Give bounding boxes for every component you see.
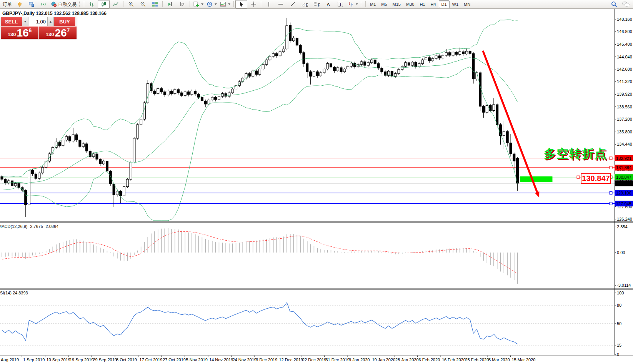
svg-text:A: A [327, 2, 330, 7]
auto-trade-button[interactable]: 自动交易 [49, 0, 78, 8]
volume-increase-button[interactable]: ▲ [47, 17, 54, 26]
text-tool[interactable]: A [322, 0, 334, 8]
bar-chart-button[interactable] [86, 0, 98, 8]
sell-price-button[interactable]: 130 16 6 [1, 27, 38, 39]
volume-decrease-button[interactable]: ▼ [22, 17, 28, 26]
auto-trade-label: 自动交易 [58, 1, 77, 8]
svg-text:1 Sep 2019: 1 Sep 2019 [23, 357, 45, 362]
svg-text:-3.0114: -3.0114 [617, 283, 631, 288]
timeframe-m1-button[interactable]: M1 [367, 0, 378, 8]
one-click-trading-panel: SELL ▼ ▲ BUY 130 16 6 130 26 7 [1, 17, 77, 39]
svg-text:8 Oct 2019: 8 Oct 2019 [116, 357, 137, 362]
chart-title: GBPJPY-,Daily 132.015 132.562 128.885 13… [2, 11, 107, 16]
svg-text:17 Oct 2019: 17 Oct 2019 [140, 357, 163, 362]
sell-button[interactable]: SELL [1, 17, 22, 26]
arrows-tool[interactable] [346, 0, 360, 8]
chat-button[interactable] [620, 0, 632, 8]
trendline-tool[interactable] [287, 0, 298, 8]
svg-text:25 Feb 2020: 25 Feb 2020 [465, 357, 489, 362]
svg-text:15: 15 [617, 343, 621, 347]
svg-text:29 Sep 2019: 29 Sep 2019 [93, 357, 117, 362]
cursor-button[interactable] [235, 0, 247, 8]
sell-price-main: 16 [17, 28, 28, 38]
tile-windows-button[interactable] [149, 0, 161, 8]
price-level-box[interactable]: 130.847 [581, 173, 611, 184]
chart-canvas[interactable]: 148.160146.800145.400144.040142.680141.3… [0, 0, 633, 364]
timeframe-d1-button[interactable]: D1 [439, 0, 450, 8]
svg-text:10 Sep 2019: 10 Sep 2019 [47, 357, 70, 362]
order-button[interactable]: 订单 [1, 0, 13, 8]
svg-text:142.680: 142.680 [617, 67, 632, 71]
channel-tool[interactable]: E [298, 0, 310, 8]
svg-text:T: T [339, 2, 342, 7]
svg-text:0.00: 0.00 [617, 250, 625, 255]
deposit-icon[interactable] [13, 0, 25, 8]
svg-text:22 Dec 2019: 22 Dec 2019 [302, 357, 326, 362]
svg-text:19 Jan 2020: 19 Jan 2020 [372, 357, 396, 362]
arrows-caret-icon [356, 3, 358, 5]
buy-price-prefix: 130 [46, 32, 54, 37]
support-highlight-rect[interactable] [520, 176, 553, 182]
svg-text:126.240: 126.240 [617, 217, 632, 221]
svg-text:132.921: 132.921 [616, 156, 631, 161]
macd-indicator-label: MACD(12,26,9) -2.7675 -2.0864 [0, 224, 58, 229]
main-toolbar: 订单 自动交易 E F A T M1M5M15M30H1H4D1W1MN [0, 0, 633, 9]
line-chart-button[interactable] [110, 0, 122, 8]
buy-price-sup: 7 [67, 27, 70, 33]
svg-text:12 Dec 2019: 12 Dec 2019 [279, 357, 303, 362]
account-icon[interactable] [25, 0, 37, 8]
buy-price-button[interactable]: 130 26 7 [39, 27, 77, 39]
svg-text:5 Nov 2019: 5 Nov 2019 [186, 357, 208, 362]
indicators-button[interactable] [218, 0, 232, 8]
svg-text:9 Jan 2020: 9 Jan 2020 [349, 357, 370, 362]
timeframe-h4-button[interactable]: H4 [428, 0, 438, 8]
svg-text:134.440: 134.440 [617, 142, 632, 146]
svg-text:127.945: 127.945 [616, 201, 631, 206]
new-order-button[interactable] [192, 0, 205, 8]
timeframe-h1-button[interactable]: H1 [417, 0, 428, 8]
svg-text:E: E [306, 3, 308, 7]
svg-text:2.354: 2.354 [617, 224, 628, 229]
label-tool[interactable]: T [334, 0, 346, 8]
timeframe-w1-button[interactable]: W1 [450, 0, 461, 8]
vertical-line-tool[interactable] [263, 0, 275, 8]
svg-text:137.200: 137.200 [617, 117, 632, 121]
chart-annotation-text[interactable]: 多空转折点 [544, 146, 607, 162]
svg-text:14 Nov 2019: 14 Nov 2019 [209, 357, 233, 362]
zoom-in-button[interactable] [125, 0, 137, 8]
timeframe-m30-button[interactable]: M30 [403, 0, 417, 8]
svg-text:135.800: 135.800 [617, 130, 632, 134]
search-button[interactable] [608, 0, 620, 8]
auto-scroll-button[interactable] [164, 0, 176, 8]
timeframe-m15-button[interactable]: M15 [390, 0, 403, 8]
period-clock-button[interactable] [205, 0, 218, 8]
new-order-caret-icon [201, 3, 203, 5]
signal-icon[interactable] [37, 0, 49, 8]
order-button-label: 订单 [3, 1, 12, 8]
svg-text:F: F [318, 3, 320, 7]
svg-text:145.400: 145.400 [617, 42, 632, 47]
svg-text:3 Dec 2019: 3 Dec 2019 [256, 357, 277, 362]
svg-text:129.106: 129.106 [616, 191, 631, 195]
fibonacci-tool[interactable]: F [310, 0, 322, 8]
timeframe-group: M1M5M15M30H1H4D1W1MN [367, 0, 473, 8]
sell-price-prefix: 130 [8, 32, 16, 37]
svg-text:141.320: 141.320 [617, 79, 632, 84]
svg-text:5 Mar 2020: 5 Mar 2020 [488, 357, 510, 362]
zoom-out-button[interactable] [137, 0, 149, 8]
svg-text:24 Nov 2019: 24 Nov 2019 [233, 357, 257, 362]
candle-chart-button[interactable] [98, 0, 110, 8]
horizontal-line-tool[interactable] [275, 0, 287, 8]
svg-text:80: 80 [617, 303, 621, 307]
volume-input[interactable] [28, 17, 47, 26]
svg-text:130.847: 130.847 [616, 175, 631, 180]
svg-text:27 Oct 2019: 27 Oct 2019 [163, 357, 186, 362]
svg-text:144.040: 144.040 [617, 55, 632, 59]
timeframe-mn-button[interactable]: MN [461, 0, 473, 8]
timeframe-m5-button[interactable]: M5 [378, 0, 390, 8]
chart-shift-button[interactable] [176, 0, 188, 8]
buy-button[interactable]: BUY [54, 17, 75, 26]
crosshair-button[interactable] [247, 0, 259, 8]
svg-text:6 Feb 2020: 6 Feb 2020 [419, 357, 440, 362]
svg-text:0: 0 [617, 352, 619, 357]
